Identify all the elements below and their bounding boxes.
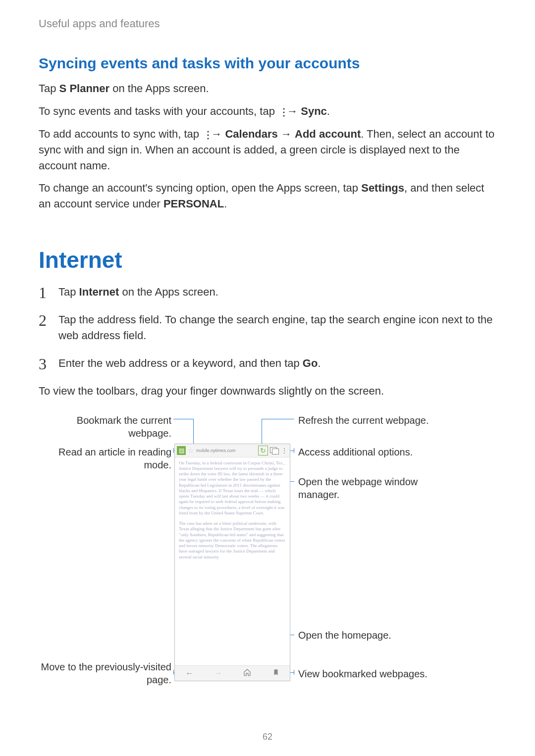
more-options-icon[interactable]: ⋮ bbox=[281, 447, 288, 454]
page-number: 62 bbox=[0, 732, 535, 742]
menu-item: Add account bbox=[295, 128, 361, 140]
reading-mode-icon[interactable]: ▤ bbox=[177, 446, 186, 455]
text: . bbox=[327, 105, 330, 117]
pointer-line bbox=[173, 448, 174, 453]
address-bar[interactable]: mobile.nytimes.com bbox=[196, 448, 256, 453]
step-3: Enter the web address or a keyword, and … bbox=[39, 355, 496, 371]
text: To sync events and tasks with your accou… bbox=[39, 105, 278, 117]
article-text: The case has taken on a bitter political… bbox=[179, 521, 286, 560]
menu-item: Calendars bbox=[225, 128, 277, 140]
paragraph: To change an account's syncing option, o… bbox=[39, 180, 496, 212]
paragraph: Tap S Planner on the Apps screen. bbox=[39, 81, 496, 97]
forward-icon[interactable]: → bbox=[214, 669, 222, 678]
text: . bbox=[224, 198, 227, 210]
app-name: Internet bbox=[79, 286, 119, 298]
tabs-icon[interactable] bbox=[270, 447, 279, 454]
text: Enter the web address or a keyword, and … bbox=[58, 357, 303, 369]
home-icon[interactable] bbox=[243, 668, 251, 678]
text: → bbox=[278, 128, 295, 140]
step-2: Tap the address field. To change the sea… bbox=[39, 312, 496, 344]
menu-item: PERSONAL bbox=[163, 198, 224, 210]
article-text: On Tuesday, in a federal courtroom in Co… bbox=[179, 460, 286, 516]
text: Tap bbox=[39, 82, 59, 95]
callout-homepage: Open the homepage. bbox=[298, 629, 447, 642]
menu-item: Settings bbox=[361, 182, 404, 194]
pointer-line bbox=[294, 448, 294, 453]
browser-bottom-toolbar: ← → bbox=[175, 665, 290, 681]
text: To add accounts to sync with, tap bbox=[39, 128, 202, 140]
section-heading-internet: Internet bbox=[39, 247, 496, 273]
back-icon[interactable]: ← bbox=[185, 669, 193, 678]
bookmarks-icon[interactable] bbox=[272, 668, 279, 678]
more-options-icon bbox=[203, 130, 207, 139]
browser-diagram: Bookmark the current webpage. Read an ar… bbox=[39, 414, 496, 691]
document-page: Useful apps and features Syncing events … bbox=[0, 0, 535, 756]
text: Tap bbox=[58, 286, 79, 298]
callout-window-manager: Open the webpage window manager. bbox=[298, 475, 447, 501]
app-name: S Planner bbox=[59, 82, 109, 95]
menu-item: Sync bbox=[301, 105, 327, 117]
text: . bbox=[318, 357, 321, 369]
pointer-line bbox=[193, 419, 194, 444]
button-label: Go bbox=[303, 357, 318, 369]
callout-bookmarks: View bookmarked webpages. bbox=[298, 667, 447, 680]
text: To change an account's syncing option, o… bbox=[39, 182, 361, 194]
phone-screenshot: ▤ ☆ mobile.nytimes.com ↻ ⋮ On Tuesday, i… bbox=[174, 444, 290, 681]
paragraph: To sync events and tasks with your accou… bbox=[39, 103, 496, 119]
webpage-content: On Tuesday, in a federal courtroom in Co… bbox=[175, 457, 290, 671]
paragraph: To view the toolbars, drag your finger d… bbox=[39, 383, 496, 399]
bookmark-star-icon[interactable]: ☆ bbox=[188, 447, 194, 454]
callout-bookmark: Bookmark the current webpage. bbox=[39, 414, 171, 440]
more-options-icon bbox=[279, 107, 283, 116]
pointer-line bbox=[262, 419, 262, 444]
pointer-line bbox=[262, 419, 294, 419]
text: on the Apps screen. bbox=[119, 286, 218, 298]
refresh-icon[interactable]: ↻ bbox=[258, 446, 268, 455]
callout-reading-mode: Read an article in reading mode. bbox=[39, 446, 171, 471]
pointer-line bbox=[173, 670, 174, 675]
browser-top-toolbar: ▤ ☆ mobile.nytimes.com ↻ ⋮ bbox=[175, 444, 290, 457]
text: on the Apps screen. bbox=[109, 82, 209, 95]
callout-additional-options: Access additional options. bbox=[298, 446, 447, 458]
pointer-line bbox=[173, 419, 193, 419]
pointer-line bbox=[294, 670, 294, 675]
paragraph: To add accounts to sync with, tap → Cale… bbox=[39, 126, 496, 174]
text: Tap the address field. To change the sea… bbox=[58, 313, 493, 342]
step-1: Tap Internet on the Apps screen. bbox=[39, 284, 496, 300]
numbered-steps: Tap Internet on the Apps screen. Tap the… bbox=[39, 284, 496, 371]
callout-refresh: Refresh the current webpage. bbox=[298, 414, 447, 427]
callout-prev-page: Move to the previously-visited page. bbox=[39, 660, 171, 686]
page-header-breadcrumb: Useful apps and features bbox=[39, 17, 496, 30]
section-heading-syncing: Syncing events and tasks with your accou… bbox=[39, 55, 496, 72]
